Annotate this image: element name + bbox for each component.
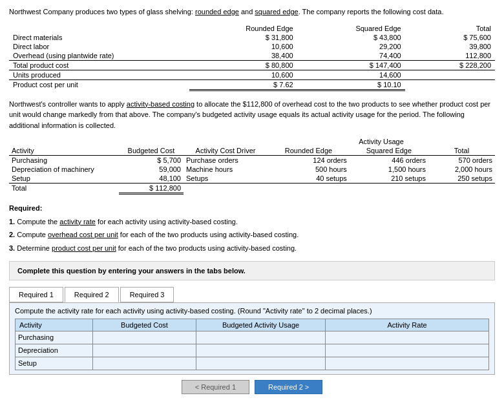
complete-box: Complete this question by entering your …: [9, 261, 495, 280]
input-col-activity: Activity: [16, 319, 93, 331]
setup-cost-input[interactable]: [96, 359, 193, 367]
complete-box-text: Complete this question by entering your …: [17, 267, 246, 275]
table-row: Direct materials $ 31,800 $ 43,800 $ 75,…: [9, 33, 495, 42]
table-row: Product cost per unit $ 7.62 $ 10.10: [9, 79, 495, 90]
tab-required-2[interactable]: Required 2: [65, 287, 119, 302]
input-row-setup: Setup: [16, 357, 489, 370]
next-button[interactable]: Required 2 >: [255, 380, 322, 394]
tab-instruction: Compute the activity rate for each activ…: [15, 307, 489, 315]
input-col-budgeted-cost: Budgeted Cost: [93, 319, 196, 331]
cost-col-rounded: Rounded Edge: [189, 24, 297, 33]
col-driver: Activity Cost Driver: [184, 146, 268, 156]
col-rounded: Rounded Edge: [268, 146, 350, 156]
activity-usage-header: Activity Usage: [268, 137, 495, 146]
tabs-container: Required 1 Required 2 Required 3: [9, 287, 495, 302]
input-row-purchasing: Purchasing: [16, 331, 489, 344]
cost-col-total: Total: [405, 24, 495, 33]
purchasing-usage-input[interactable]: [199, 333, 322, 341]
required-title: Required:: [9, 204, 42, 212]
table-row: Purchasing $ 5,700 Purchase orders 124 o…: [9, 156, 495, 165]
prev-button[interactable]: < Required 1: [182, 380, 249, 394]
col-squared: Squared Edge: [350, 146, 428, 156]
depreciation-cost-input[interactable]: [96, 346, 193, 354]
activity-table: Activity Usage Activity Budgeted Cost Ac…: [9, 137, 495, 194]
required-item-2: 2. Compute overhead cost per unit for ea…: [9, 229, 495, 241]
input-col-activity-rate: Activity Rate: [326, 319, 489, 331]
tab-required-3[interactable]: Required 3: [120, 287, 174, 302]
table-row: Overhead (using plantwide rate) 38,400 7…: [9, 51, 495, 61]
cost-col-squared: Squared Edge: [297, 24, 405, 33]
setup-rate-input[interactable]: [328, 359, 486, 367]
nav-buttons: < Required 1 Required 2 >: [9, 380, 495, 394]
col-budgeted-cost: Budgeted Cost: [119, 146, 184, 156]
table-row-total: Total product cost $ 80,800 $ 147,400 $ …: [9, 60, 495, 70]
table-row: Units produced 10,600 14,600: [9, 70, 495, 79]
depreciation-label: Depreciation: [16, 344, 93, 357]
intro-text: Northwest Company produces two types of …: [9, 6, 495, 17]
input-row-depreciation: Depreciation: [16, 344, 489, 357]
purchasing-cost-input[interactable]: [96, 333, 193, 341]
required-section: Required: 1. Compute the activity rate f…: [9, 202, 495, 255]
col-activity: Activity: [9, 146, 119, 156]
setup-usage-input[interactable]: [199, 359, 322, 367]
depreciation-rate-input[interactable]: [328, 346, 486, 354]
input-col-budgeted-usage: Budgeted Activity Usage: [196, 319, 326, 331]
setup-label: Setup: [16, 357, 93, 370]
cost-table: Rounded Edge Squared Edge Total Direct m…: [9, 24, 495, 91]
required-item-1: 1. Compute the activity rate for each ac…: [9, 216, 495, 228]
tab-required-1[interactable]: Required 1: [9, 287, 63, 302]
depreciation-usage-input[interactable]: [199, 346, 322, 354]
table-row: Setup 48,100 Setups 40 setups 210 setups…: [9, 174, 495, 184]
col-total: Total: [428, 146, 495, 156]
middle-text: Northwest's controller wants to apply ac…: [9, 99, 495, 131]
table-row: Direct labor 10,600 29,200 39,800: [9, 42, 495, 51]
table-row-total: Total $ 112,800: [9, 184, 495, 194]
required-item-3: 3. Determine product cost per unit for e…: [9, 242, 495, 255]
purchasing-rate-input[interactable]: [328, 333, 486, 341]
table-row: Depreciation of machinery 59,000 Machine…: [9, 165, 495, 174]
input-table: Activity Budgeted Cost Budgeted Activity…: [15, 319, 489, 370]
tab-content-area: Compute the activity rate for each activ…: [9, 302, 495, 375]
purchasing-label: Purchasing: [16, 331, 93, 344]
